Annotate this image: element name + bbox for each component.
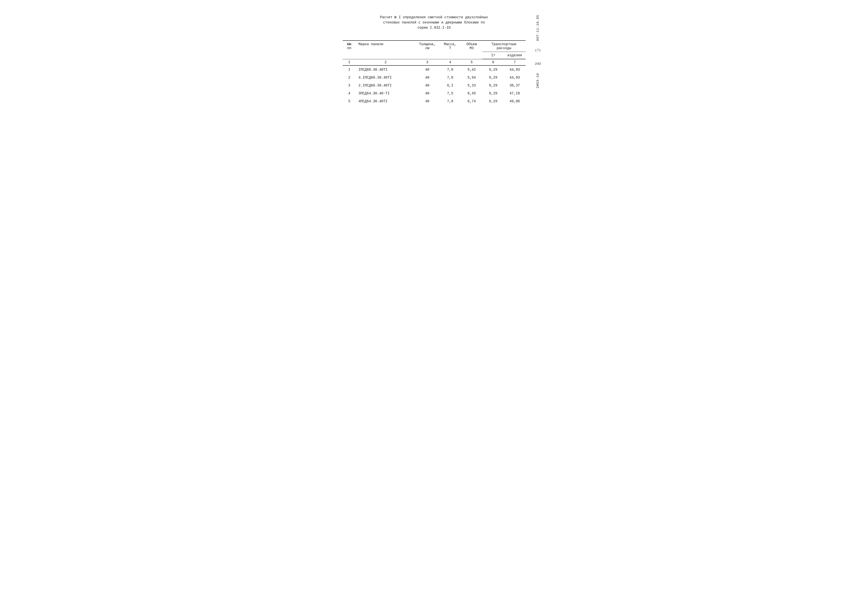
row-it: 6,29 [482,74,504,82]
row-mass: 7,0 [439,74,461,82]
row-num: I [343,65,356,74]
table-body: IIПСД60.30.40TI407,05,426,2944,0324.IПСД… [343,65,526,105]
row-thick: 40 [415,90,439,97]
title-line3: серии I.832.I-IO [343,25,526,30]
col-header-mark: Марка панели [356,40,415,59]
page-number: 243 [535,62,541,66]
index-c1: I [343,59,356,65]
table-row: 24.IПСД60.30.40TI407,05,946,2944,03 [343,74,526,82]
table-row: 54ПСД64.30.40TI407,86,746,2949,06 [343,97,526,105]
row-it: 6,29 [482,90,504,97]
table-header-top: №№ пп Марка панели Толщина, см Масса, Т … [343,40,526,52]
row-thick: 40 [415,74,439,82]
col-header-vol: Объем М3 [461,40,482,59]
col-header-izd: изделия [504,52,525,59]
row-mass: 7,0 [439,65,461,74]
row-num: 4 [343,90,356,97]
row-num: 3 [343,82,356,90]
index-c2: 2 [356,59,415,65]
row-mark: 3ПСД64.30.40-TI [356,90,415,97]
row-vol: 5,33 [461,82,482,90]
index-c6: 6 [482,59,504,65]
row-it: 6,29 [482,65,504,74]
row-vol: 5,94 [461,74,482,82]
sidebar-code2: 2ИОЭ-10 [536,73,540,88]
row-it: 6,29 [482,82,504,90]
row-izd: 38,37 [504,82,525,90]
row-mark: 2.IПСД60.30.40TI [356,82,415,90]
right-sidebar: 80Т-11-18.85 (7) 243 2ИОЭ-10 [535,15,541,88]
col-header-num: №№ пп [343,40,356,59]
table-row: IIПСД60.30.40TI407,05,426,2944,03 [343,65,526,74]
row-num: 5 [343,97,356,105]
page: 80Т-11-18.85 (7) 243 2ИОЭ-10 Расчет № I … [323,0,545,158]
title-line2: стеновых панелей с оконными и дверными б… [343,20,526,25]
table-row: 43ПСД64.30.40-TI407,56,456,2947,I8 [343,90,526,97]
index-c7: 7 [504,59,525,65]
row-mass: 7,5 [439,90,461,97]
row-izd: 49,06 [504,97,525,105]
row-thick: 40 [415,65,439,74]
col-header-it: Iт [482,52,504,59]
row-thick: 40 [415,97,439,105]
col-header-thick: Толщина, см [415,40,439,59]
row-num: 2 [343,74,356,82]
main-table: №№ пп Марка панели Толщина, см Масса, Т … [343,40,526,105]
row-mark: 4ПСД64.30.40TI [356,97,415,105]
row-vol: 6,74 [461,97,482,105]
sidebar-sub1: (7) [535,48,541,52]
index-c5: 5 [461,59,482,65]
index-c4: 4 [439,59,461,65]
row-mass: 7,8 [439,97,461,105]
row-mark: IПСД60.30.40TI [356,65,415,74]
sidebar-code1: 80Т-11-18.85 [536,15,540,41]
row-izd: 47,I8 [504,90,525,97]
title-block: Расчет № I определения сметной стоимости… [343,15,526,30]
row-mass: 6,I [439,82,461,90]
row-izd: 44,03 [504,65,525,74]
row-vol: 5,42 [461,65,482,74]
row-vol: 6,45 [461,90,482,97]
row-izd: 44,03 [504,74,525,82]
table-row: 32.IПСД60.30.40TI406,I5,336,2938,37 [343,82,526,90]
title-line1: Расчет № I определения сметной стоимости… [343,15,526,20]
index-c3: 3 [415,59,439,65]
row-thick: 40 [415,82,439,90]
table-index-row: I 2 3 4 5 6 7 [343,59,526,65]
col-header-transport: Транспортные расходы [482,40,525,52]
col-header-mass: Масса, Т [439,40,461,59]
row-it: 6,29 [482,97,504,105]
row-mark: 4.IПСД60.30.40TI [356,74,415,82]
